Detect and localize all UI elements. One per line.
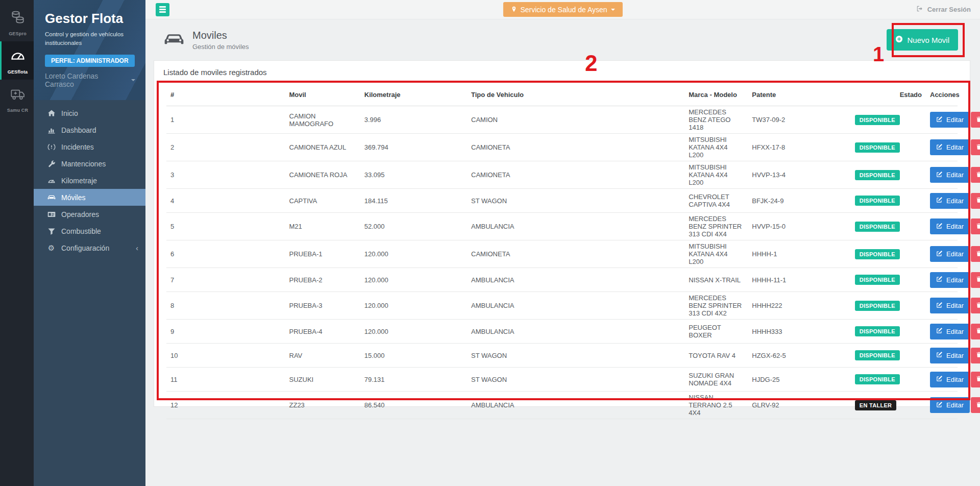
new-movil-label: Nuevo Movil [907, 36, 949, 44]
status-badge: DISPONIBLE [855, 115, 900, 125]
table-row: 5 M21 52.000 AMBULANCIA MERCEDES BENZ SP… [166, 213, 958, 240]
status-badge: DISPONIBLE [855, 350, 900, 360]
profile-badge: PERFIL: ADMINISTRADOR [45, 55, 135, 67]
app-subtitle: Control y gestión de vehículos instituci… [45, 30, 135, 47]
edit-button[interactable]: Editar [930, 372, 970, 387]
bar-chart-icon [47, 126, 56, 134]
table-row: 3 CAMIONETA ROJA 33.095 CAMIONETA MITSUB… [166, 161, 958, 189]
cell-patente: HVVP-13-4 [748, 161, 851, 189]
logout-button[interactable]: Cerrar Sesión [916, 5, 971, 14]
cell-index: 11 [166, 368, 285, 392]
cell-marca-modelo: MERCEDES BENZ SPRINTER 313 CDI 4X4 [684, 213, 748, 240]
delete-button[interactable] [971, 324, 980, 339]
new-movil-button[interactable]: Nuevo Movil [887, 29, 958, 51]
delete-button[interactable] [971, 397, 980, 413]
plus-circle-icon [895, 35, 903, 44]
delete-button[interactable] [971, 167, 980, 183]
table-row: 2 CAMIONETA AZUL 369.794 CAMIONETA MITSU… [166, 134, 958, 161]
edit-button[interactable]: Editar [930, 348, 970, 363]
id-card-icon [47, 210, 56, 218]
status-badge: DISPONIBLE [855, 301, 900, 311]
cell-estado: DISPONIBLE [851, 268, 926, 292]
cell-marca-modelo: TOYOTA RAV 4 [684, 344, 748, 368]
edit-button[interactable]: Editar [930, 139, 970, 155]
trash-icon [976, 143, 980, 152]
cell-estado: DISPONIBLE [851, 189, 926, 213]
sidebar-item-moviles[interactable]: Móviles [34, 189, 145, 206]
table-row: 4 CAPTIVA 184.115 ST WAGON CHEVROLET CAP… [166, 189, 958, 213]
sidebar-item-configuracion[interactable]: ⚙ Configuaración ‹ [34, 239, 145, 256]
edit-button[interactable]: Editar [930, 298, 970, 313]
cell-movil: RAV [285, 344, 360, 368]
edit-label: Editar [946, 197, 964, 205]
sidebar-item-mantenciones[interactable]: Mantenciones [34, 155, 145, 172]
delete-button[interactable] [971, 246, 980, 262]
cell-patente: HHHH222 [748, 292, 851, 320]
delete-button[interactable] [971, 139, 980, 155]
edit-button[interactable]: Editar [930, 246, 970, 262]
rail-item-gespro[interactable]: GESpro [0, 3, 34, 41]
cell-estado: DISPONIBLE [851, 368, 926, 392]
app-root: GESpro GESflota Samu CR [0, 0, 980, 486]
cell-index: 12 [166, 392, 285, 419]
tachometer-icon [47, 177, 56, 185]
edit-button[interactable]: Editar [930, 272, 970, 288]
sidebar-item-kilometraje[interactable]: Kilometraje [34, 172, 145, 189]
cell-estado: DISPONIBLE [851, 213, 926, 240]
sidebar-item-label: Combustible [61, 227, 101, 235]
cell-movil: PRUEBA-2 [285, 268, 360, 292]
edit-button[interactable]: Editar [930, 167, 970, 183]
edit-button[interactable]: Editar [930, 218, 970, 234]
delete-button[interactable] [971, 193, 980, 209]
column-header: Tipo de Vehiculo [467, 85, 684, 106]
sidebar-item-label: Operadores [61, 210, 99, 218]
trash-icon [976, 223, 980, 231]
cell-patente: GLRV-92 [748, 392, 851, 419]
sidebar-item-dashboard[interactable]: Dashboard [34, 121, 145, 138]
sidebar-item-inicio[interactable]: Inicio [34, 105, 145, 121]
edit-label: Editar [946, 352, 964, 359]
edit-label: Editar [946, 376, 964, 383]
cell-index: 4 [166, 189, 285, 213]
table-row: 10 RAV 15.000 ST WAGON TOYOTA RAV 4 HZGX… [166, 344, 958, 368]
rail-item-gesflota[interactable]: GESflota [0, 41, 34, 80]
cell-acciones: Editar [926, 368, 958, 392]
delete-button[interactable] [971, 298, 980, 313]
sidebar-toggle-button[interactable] [156, 3, 169, 16]
cell-kilometraje: 120.000 [360, 240, 467, 268]
cell-marca-modelo: SUZUKI GRAN NOMADE 4X4 [684, 368, 748, 392]
edit-button[interactable]: Editar [930, 324, 970, 339]
delete-button[interactable] [971, 348, 980, 363]
sidebar-item-combustible[interactable]: Combustible [34, 223, 145, 239]
delete-button[interactable] [971, 112, 980, 128]
edit-button[interactable]: Editar [930, 397, 970, 413]
status-badge: DISPONIBLE [855, 275, 900, 285]
cell-acciones: Editar [926, 161, 958, 189]
rail-item-samucr[interactable]: Samu CR [0, 80, 34, 118]
cell-patente: BFJK-24-9 [748, 189, 851, 213]
cell-tipo-vehiculo: CAMIONETA [467, 240, 684, 268]
edit-button[interactable]: Editar [930, 193, 970, 209]
page-title: Moviles [192, 30, 249, 41]
edit-label: Editar [946, 302, 964, 309]
status-badge: DISPONIBLE [855, 142, 900, 153]
map-marker-icon [510, 6, 517, 14]
sidebar-item-incidentes[interactable]: Incidentes [34, 138, 145, 155]
sidebar-item-operadores[interactable]: Operadores [34, 206, 145, 223]
user-menu[interactable]: Loreto Cardenas Carrasco [45, 72, 135, 88]
user-name: Loreto Cardenas Carrasco [45, 72, 128, 88]
cell-kilometraje: 52.000 [360, 213, 467, 240]
cell-estado: EN TALLER [851, 392, 926, 419]
delete-button[interactable] [971, 272, 980, 288]
edit-button[interactable]: Editar [930, 112, 970, 128]
app-title: Gestor Flota [45, 11, 135, 27]
cell-index: 8 [166, 292, 285, 320]
cell-movil: CAMIONETA ROJA [285, 161, 360, 189]
delete-button[interactable] [971, 218, 980, 234]
cell-tipo-vehiculo: ST WAGON [467, 189, 684, 213]
location-dropdown-button[interactable]: Servicio de Salud de Aysen [503, 2, 622, 17]
column-header: Estado [851, 85, 926, 106]
cell-estado: DISPONIBLE [851, 240, 926, 268]
cell-estado: DISPONIBLE [851, 106, 926, 134]
delete-button[interactable] [971, 372, 980, 387]
